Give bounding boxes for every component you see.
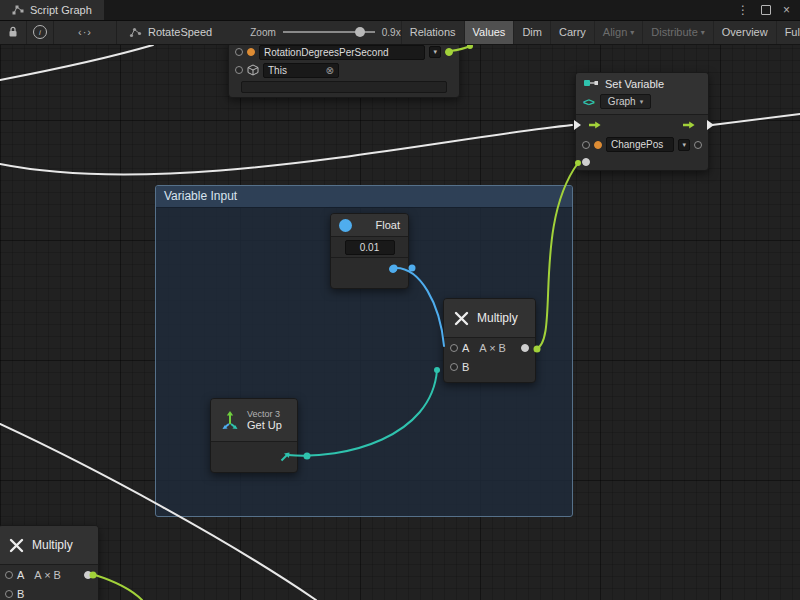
target-label: This <box>268 65 287 76</box>
input-port-a[interactable] <box>5 571 13 579</box>
inspect-icon: ‹·› <box>78 26 92 38</box>
button-label: Align <box>603 26 627 38</box>
node-body-strip <box>241 81 447 93</box>
output-port[interactable] <box>445 48 453 56</box>
scope-label: Graph <box>608 96 636 107</box>
node-vector3-get-up[interactable]: Vector 3 Get Up <box>210 398 298 473</box>
output-port[interactable] <box>694 141 702 149</box>
graph-toolbar: i ‹·› RotateSpeed Zoom 0.9x Relations Va… <box>0 20 800 45</box>
multiply-icon <box>453 310 470 327</box>
overview-button[interactable]: Overview <box>713 20 776 44</box>
zoom-slider[interactable] <box>283 26 375 38</box>
zoom-slider-handle[interactable] <box>355 27 365 37</box>
float-value-field[interactable]: 0.01 <box>345 240 395 255</box>
node-title: Get Up <box>247 419 282 432</box>
vector3-output-port[interactable] <box>279 450 292 463</box>
target-row: This ⊗ <box>229 61 459 79</box>
target-field[interactable]: This ⊗ <box>263 63 339 78</box>
node-header: Vector 3 Get Up <box>211 399 297 442</box>
graph-asset[interactable]: RotateSpeed <box>117 26 224 38</box>
zoom-label: Zoom <box>250 27 276 38</box>
value-input-port[interactable] <box>582 158 590 166</box>
float-output-port[interactable] <box>389 265 397 273</box>
target-input-port[interactable] <box>235 66 243 74</box>
chevron-down-icon: ▾ <box>630 28 634 37</box>
node-title: Float <box>376 219 400 231</box>
variable-input-port[interactable] <box>582 141 590 149</box>
input-port[interactable] <box>235 48 243 56</box>
tab-title: Script Graph <box>30 4 92 16</box>
port-row-b: B <box>444 357 535 376</box>
port-result-label: A × B <box>479 342 506 354</box>
node-type-label: Vector 3 <box>247 409 282 419</box>
distribute-button[interactable]: Distribute ▾ <box>642 20 712 44</box>
variable-dropdown-caret[interactable]: ▾ <box>429 46 441 58</box>
value-row <box>576 154 708 170</box>
node-get-variable[interactable]: RotationDegreesPerSecond ▾ This ⊗ <box>228 42 460 98</box>
gameobject-cube-icon <box>247 64 259 76</box>
node-set-variable[interactable]: Set Variable <> Graph ▾ ChangePos <box>575 72 709 171</box>
lock-toggle[interactable] <box>0 20 27 44</box>
node-title-stack: Vector 3 Get Up <box>247 409 282 432</box>
flow-row <box>576 115 708 135</box>
self-target-icon: ⊗ <box>326 65 334 76</box>
maximize-icon[interactable] <box>761 5 771 15</box>
tab-script-graph[interactable]: Script Graph <box>0 0 104 20</box>
port-b-label: B <box>462 361 469 373</box>
info-toggle[interactable]: i <box>27 20 54 44</box>
align-button[interactable]: Align ▾ <box>594 20 642 44</box>
values-button[interactable]: Values <box>464 20 514 44</box>
flow-arrow-out-icon <box>682 120 696 130</box>
port-row-a: A A × B <box>444 338 535 357</box>
node-multiply[interactable]: Multiply A A × B B <box>443 298 536 383</box>
carry-button[interactable]: Carry <box>550 20 594 44</box>
port-b-label: B <box>17 588 24 600</box>
flow-arrow-in-icon <box>588 120 602 130</box>
chevron-down-icon: ▾ <box>701 28 705 37</box>
flow-out-port[interactable] <box>707 120 714 130</box>
node-title: Multiply <box>32 538 73 552</box>
dim-button[interactable]: Dim <box>513 20 550 44</box>
fullscreen-button[interactable]: Full Screen <box>776 20 800 44</box>
input-port-b[interactable] <box>5 590 13 598</box>
input-port-a[interactable] <box>450 344 458 352</box>
output-port-result[interactable] <box>521 344 529 352</box>
group-title[interactable]: Variable Input <box>156 186 572 208</box>
variable-name-field[interactable]: RotationDegreesPerSecond <box>259 45 425 60</box>
node-header: Multiply <box>0 526 98 565</box>
close-icon[interactable]: × <box>783 4 790 16</box>
zoom-control: Zoom 0.9x <box>250 26 400 38</box>
variable-dropdown-caret[interactable]: ▾ <box>678 139 690 151</box>
flow-in-port[interactable] <box>574 120 581 130</box>
scope-dropdown[interactable]: Graph ▾ <box>600 94 651 109</box>
node-title: Set Variable <box>605 78 664 90</box>
port-row-a: A A × B <box>0 565 98 584</box>
node-header: Set Variable <> Graph ▾ <box>576 73 708 115</box>
node-float[interactable]: Float 0.01 <box>330 213 409 289</box>
button-label: Distribute <box>651 26 697 38</box>
unity-script-graph-window: Variable Input RotationDegreesPerSecond … <box>0 0 800 600</box>
zoom-value: 0.9x <box>382 27 401 38</box>
variable-type-dot <box>594 141 602 149</box>
node-header: Multiply <box>444 299 535 338</box>
output-port-result[interactable] <box>84 571 92 579</box>
float-icon <box>339 219 352 232</box>
window-controls: ⋮ × <box>737 4 800 16</box>
relations-button[interactable]: Relations <box>401 20 464 44</box>
value-row: 0.01 <box>331 237 408 258</box>
multiply-icon <box>8 537 25 554</box>
info-icon: i <box>33 25 47 39</box>
node-header: Float <box>331 214 408 237</box>
menu-icon[interactable]: ⋮ <box>737 4 749 16</box>
variable-name-field[interactable]: ChangePos <box>606 137 674 152</box>
vector3-icon <box>220 410 240 430</box>
port-row-b: B <box>0 584 98 600</box>
chevron-down-icon: ▾ <box>640 98 644 106</box>
script-graph-icon <box>12 5 24 15</box>
node-body <box>331 258 408 288</box>
variable-type-dot <box>247 48 255 56</box>
inspect-toggle[interactable]: ‹·› <box>54 20 117 44</box>
input-port-b[interactable] <box>450 363 458 371</box>
toolbar-buttons: Relations Values Dim Carry Align ▾ Distr… <box>401 20 800 44</box>
node-multiply-2[interactable]: Multiply A A × B B <box>0 525 99 600</box>
